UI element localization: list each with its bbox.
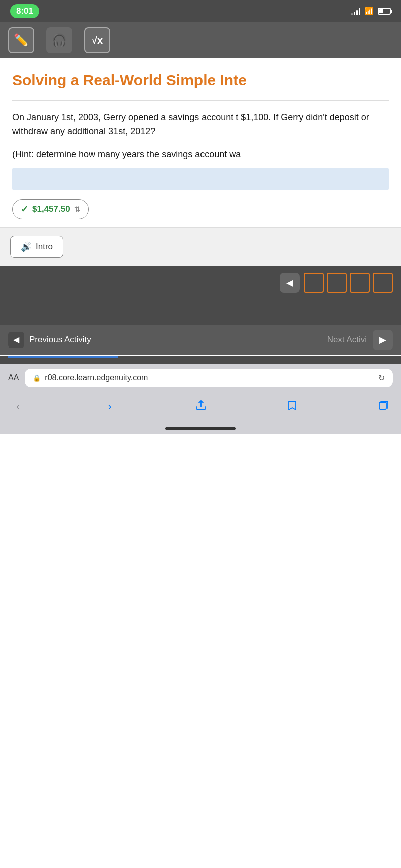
next-activity-label: Next Activi	[327, 335, 367, 345]
signal-bars-icon	[351, 7, 360, 15]
nav-squares	[304, 273, 393, 293]
safari-share-button[interactable]	[195, 400, 207, 413]
reload-icon[interactable]: ↻	[378, 373, 385, 383]
page-title: Solving a Real-World Simple Inte	[12, 70, 389, 90]
previous-activity-button[interactable]: ◀ Previous Activity	[8, 332, 91, 348]
status-bar: 8:01 📶	[0, 0, 401, 22]
answer-input-row[interactable]	[12, 168, 389, 190]
hint-row: (Hint: determine how many years the savi…	[12, 148, 389, 162]
activity-bar: ◀ Previous Activity Next Activi ▶	[0, 325, 401, 355]
nav-back-button[interactable]: ◀	[280, 273, 300, 293]
bottom-toolbar: 🔊 Intro	[0, 227, 401, 266]
content-area: Solving a Real-World Simple Inte On Janu…	[0, 58, 401, 227]
lock-icon: 🔒	[33, 374, 41, 382]
safari-aa-button[interactable]: AA	[8, 373, 19, 382]
headphone-tool-button[interactable]: 🎧	[46, 27, 72, 53]
nav-square-2[interactable]	[327, 273, 347, 293]
headphone-icon: 🎧	[52, 33, 67, 47]
title-divider	[12, 100, 389, 101]
answer-value: $1,457.50	[32, 204, 70, 214]
chevron-updown-icon: ⇅	[74, 205, 80, 213]
safari-back-button[interactable]: ‹	[12, 398, 24, 415]
home-indicator	[0, 421, 401, 434]
nav-square-3[interactable]	[350, 273, 370, 293]
intro-label: Intro	[36, 242, 53, 252]
status-icons: 📶	[351, 7, 391, 16]
safari-forward-button[interactable]: ›	[104, 398, 115, 415]
math-tool-button[interactable]: √x	[84, 27, 110, 53]
battery-icon	[378, 8, 391, 15]
math-formula-icon: √x	[92, 35, 103, 46]
safari-tabs-button[interactable]	[378, 400, 389, 413]
wifi-icon: 📶	[364, 7, 374, 16]
answer-badge-container: ✓ $1,457.50 ⇅	[12, 199, 389, 219]
toolbar: ✏️ 🎧 √x	[0, 22, 401, 58]
svg-rect-0	[379, 402, 386, 409]
hint-text: (Hint: determine how many years the savi…	[12, 148, 241, 162]
progress-bar-container	[0, 356, 401, 364]
nav-bar: ◀	[0, 266, 401, 300]
prev-activity-label: Previous Activity	[29, 335, 91, 345]
pencil-icon: ✏️	[14, 33, 29, 47]
problem-text: On January 1st, 2003, Gerry opened a sav…	[12, 111, 389, 139]
safari-navigation: ‹ ›	[0, 392, 401, 421]
next-activity-area: Next Activi ▶	[327, 330, 393, 350]
status-time: 8:01	[10, 4, 39, 18]
safari-bookmarks-button[interactable]	[287, 400, 298, 413]
intro-button[interactable]: 🔊 Intro	[10, 236, 63, 258]
activity-progress-bar	[8, 356, 118, 358]
nav-square-4[interactable]	[373, 273, 393, 293]
nav-square-1[interactable]	[304, 273, 324, 293]
home-bar	[165, 427, 236, 430]
speaker-icon: 🔊	[21, 241, 32, 252]
safari-url-text: r08.core.learn.edgenuity.com	[45, 373, 148, 382]
nav-strip	[0, 300, 401, 325]
safari-url-field[interactable]: 🔒 r08.core.learn.edgenuity.com ↻	[25, 369, 393, 387]
next-arrow-button[interactable]: ▶	[373, 330, 393, 350]
safari-address-bar: AA 🔒 r08.core.learn.edgenuity.com ↻	[0, 364, 401, 392]
checkmark-icon: ✓	[21, 204, 28, 215]
prev-arrow-icon: ◀	[8, 332, 24, 348]
answer-badge[interactable]: ✓ $1,457.50 ⇅	[12, 199, 89, 219]
pencil-tool-button[interactable]: ✏️	[8, 27, 34, 53]
